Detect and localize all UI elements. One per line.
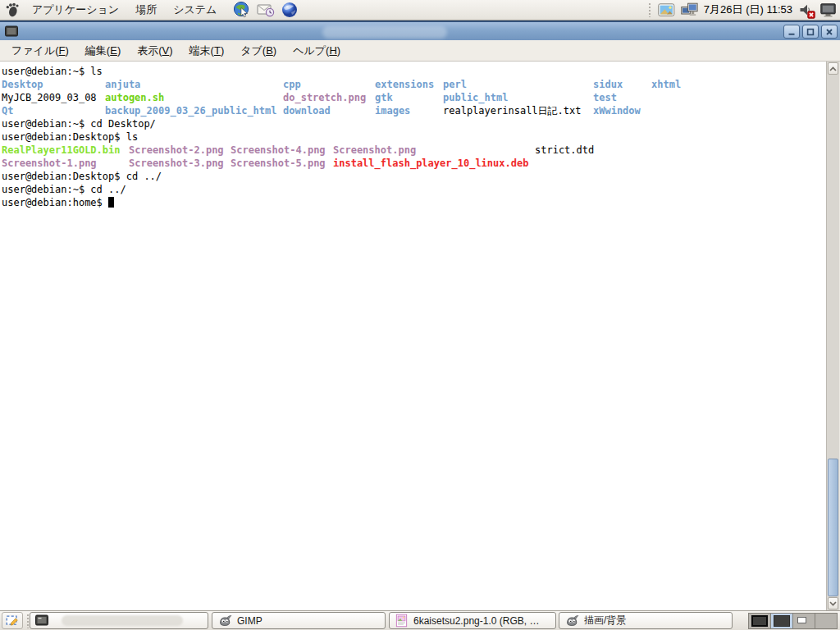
terminal-line: RealPlayer11GOLD.binScreenshot-2.pngScre… (2, 144, 826, 157)
file-entry: Desktop (2, 78, 43, 91)
displays-icon[interactable] (681, 2, 698, 18)
file-entry: strict.dtd (535, 144, 594, 157)
file-entry: Screenshot-1.png (2, 157, 97, 170)
terminal-icon (35, 614, 48, 627)
panel-drag-handle[interactable] (648, 2, 652, 17)
wallpaper-icon[interactable] (658, 3, 675, 17)
file-entry: extensions (375, 78, 434, 91)
file-entry: Screenshot.png (333, 144, 416, 157)
terminal-line: user@debian:~$ cd Desktop/ (2, 117, 826, 130)
file-entry: sidux (593, 78, 623, 91)
file-entry: autogen.sh (105, 91, 164, 104)
taskbar-window-button-1[interactable] (30, 612, 208, 629)
bottom-taskbar: GIMP6kaisetsu2.png-1.0 (RGB, …描画/背景 (0, 610, 840, 630)
file-entry: test (593, 91, 617, 104)
file-entry: gtk (375, 91, 393, 104)
file-entry: xWwindow (593, 104, 641, 117)
file-entry: RealPlayer11GOLD.bin (2, 144, 121, 157)
terminal-window-titlebar[interactable] (0, 21, 840, 40)
top-panel: アプリケーション場所システム 7月26日 (日) 11:53 (0, 0, 840, 21)
panel-menu-3[interactable]: システム (165, 0, 225, 20)
terminal-screen[interactable]: user@debian:~$ lsDesktopanjutacppextensi… (0, 62, 826, 610)
taskbar-window-button-4[interactable]: 描画/背景 (559, 612, 733, 629)
terminal-line: user@debian:~$ cd ../ (2, 183, 826, 196)
file-entry: public_html (443, 91, 508, 104)
gnome-foot-menu-icon[interactable] (4, 2, 21, 18)
workspace-2[interactable] (770, 613, 793, 629)
monitor-tray-icon[interactable] (820, 3, 836, 17)
terminal-scrollbar[interactable] (826, 62, 839, 610)
file-entry: do_stretch.png (283, 91, 366, 104)
menubar-item-4[interactable]: 端末(T) (181, 40, 233, 62)
file-entry: backup_2009_03_26_public_html (105, 104, 277, 117)
scroll-up-arrow-icon[interactable] (828, 62, 838, 75)
terminal-line: user@debian:Desktop$ cd ../ (2, 170, 826, 183)
terminal-line: user@debian:~$ ls (2, 65, 826, 78)
show-desktop-button[interactable] (2, 612, 23, 629)
file-entry: install_flash_player_10_linux.deb (333, 157, 528, 170)
workspace-4[interactable] (815, 613, 838, 629)
web-browser-launcher-icon[interactable] (233, 1, 251, 19)
smudged-window-title (322, 26, 447, 39)
workspace-1[interactable] (748, 613, 771, 629)
taskbar-window-button-3[interactable]: 6kaisetsu2.png-1.0 (RGB, … (389, 612, 556, 629)
close-button[interactable] (821, 25, 838, 39)
panel-clock[interactable]: 7月26日 (日) 11:53 (704, 2, 792, 17)
menubar-item-2[interactable]: 編集(E) (77, 40, 129, 62)
terminal-line: MyJCB_2009_03_08autogen.shdo_stretch.png… (2, 91, 826, 104)
workspace-window-thumbnail (774, 615, 790, 627)
task-label: 6kaisetsu2.png-1.0 (RGB, … (413, 615, 539, 627)
image-document-icon (395, 614, 409, 628)
gimp-icon (217, 614, 232, 628)
file-entry: Screenshot-5.png (231, 157, 326, 170)
menubar-item-6[interactable]: ヘルプ(H) (285, 40, 349, 62)
gimp-icon (564, 614, 579, 628)
scrollbar-thumb[interactable] (828, 459, 838, 596)
scroll-down-arrow-icon[interactable] (828, 597, 838, 609)
terminal-line: Qtbackup_2009_03_26_public_htmldownloadi… (2, 104, 826, 117)
menubar-item-5[interactable]: タブ(B) (232, 40, 285, 62)
terminal-line: Screenshot-1.pngScreenshot-3.pngScreensh… (2, 157, 826, 170)
file-entry: xhtml (651, 78, 681, 91)
terminal-cursor (108, 197, 114, 208)
terminal-line: Desktopanjutacppextensionsperlsiduxxhtml (2, 78, 826, 91)
maximize-button[interactable] (802, 25, 819, 39)
file-entry: Screenshot-2.png (129, 144, 224, 157)
terminal-line: user@debian:home$ (2, 196, 826, 209)
file-entry: download (283, 104, 331, 117)
workspace-3[interactable] (792, 613, 815, 629)
file-entry: images (375, 104, 410, 117)
volume-muted-icon[interactable] (798, 2, 815, 19)
smudged-task-title (62, 615, 183, 626)
workspace-window-thumbnail (751, 615, 768, 627)
workspace-window-thumbnail (797, 617, 806, 623)
browser-globe-launcher-icon[interactable] (281, 1, 299, 19)
menubar-item-1[interactable]: ファイル(F) (3, 40, 77, 62)
file-entry: cpp (283, 78, 301, 91)
task-label: 描画/背景 (584, 614, 626, 628)
file-entry: MyJCB_2009_03_08 (2, 91, 97, 104)
panel-menu-1[interactable]: アプリケーション (24, 0, 127, 20)
menubar-item-3[interactable]: 表示(V) (129, 40, 180, 62)
taskbar-window-button-2[interactable]: GIMP (212, 612, 386, 629)
file-entry: Qt (2, 104, 13, 117)
workspace-switcher (749, 613, 838, 629)
panel-menu-2[interactable]: 場所 (127, 0, 165, 20)
file-entry: Screenshot-4.png (231, 144, 326, 157)
mail-launcher-icon[interactable] (257, 1, 275, 19)
terminal-menubar: ファイル(F)編集(E)表示(V)端末(T)タブ(B)ヘルプ(H) (0, 40, 840, 62)
file-entry: anjuta (105, 78, 140, 91)
task-label: GIMP (237, 615, 262, 627)
terminal-window-icon (5, 25, 18, 38)
file-entry: perl (443, 78, 467, 91)
file-entry: Screenshot-3.png (129, 157, 224, 170)
minimize-button[interactable] (783, 25, 800, 39)
file-entry: realplayerinsall日記.txt (443, 104, 582, 117)
terminal-line: user@debian:Desktop$ ls (2, 130, 826, 144)
